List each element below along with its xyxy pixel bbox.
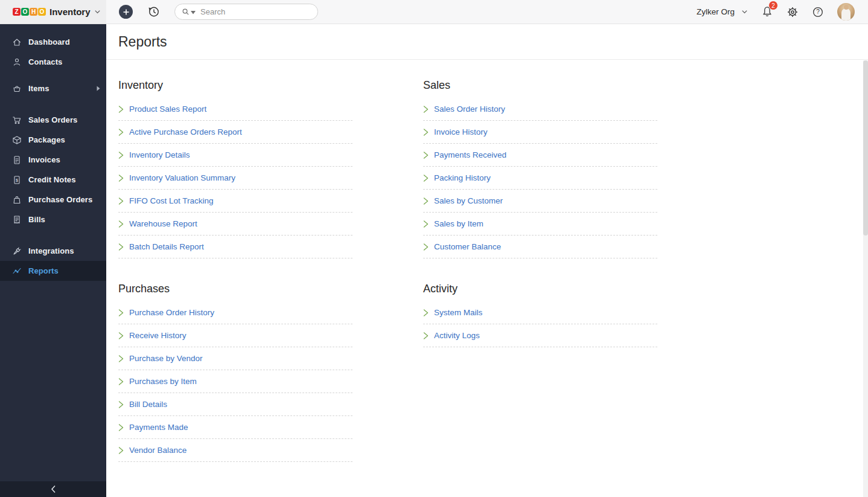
report-link-active-purchase-orders-report[interactable]: Active Purchase Orders Report bbox=[129, 127, 242, 136]
report-link-payments-made[interactable]: Payments Made bbox=[129, 423, 188, 432]
section-sales: SalesSales Order HistoryInvoice HistoryP… bbox=[423, 79, 657, 258]
topbar: ZOHO Inventory Zylker bbox=[0, 0, 868, 24]
sidebar-item-invoices[interactable]: Invoices bbox=[0, 150, 106, 170]
chevron-right-icon bbox=[423, 175, 429, 182]
recent-history-button[interactable] bbox=[147, 5, 160, 18]
report-link-sales-order-history[interactable]: Sales Order History bbox=[434, 104, 505, 114]
sidebar-item-dashboard[interactable]: Dashboard bbox=[0, 32, 106, 52]
section-title: Purchases bbox=[118, 283, 353, 295]
report-link-packing-history[interactable]: Packing History bbox=[434, 173, 491, 182]
sidebar-item-label: Items bbox=[28, 84, 49, 93]
section-title: Activity bbox=[423, 283, 657, 295]
chevron-right-icon bbox=[118, 378, 124, 385]
chevron-right-icon bbox=[118, 129, 124, 136]
report-link-activity-logs[interactable]: Activity Logs bbox=[434, 331, 480, 340]
report-row: Batch Details Report bbox=[118, 236, 353, 258]
chevron-right-icon bbox=[423, 220, 429, 228]
chevron-right-icon bbox=[118, 424, 124, 431]
sidebar-item-contacts[interactable]: Contacts bbox=[0, 52, 106, 72]
topbar-right: Zylker Org 2 bbox=[697, 3, 855, 21]
report-row: System Mails bbox=[423, 301, 657, 324]
sidebar-item-packages[interactable]: Packages bbox=[0, 130, 106, 150]
quick-create-button[interactable] bbox=[119, 5, 133, 19]
help-button[interactable]: ? bbox=[812, 6, 824, 18]
sidebar-item-label: Purchase Orders bbox=[28, 195, 92, 204]
svg-text:?: ? bbox=[816, 8, 820, 15]
chevron-down-icon bbox=[94, 8, 101, 15]
report-row: FIFO Cost Lot Tracking bbox=[118, 190, 353, 213]
report-link-purchase-by-vendor[interactable]: Purchase by Vendor bbox=[129, 354, 203, 363]
sidebar-collapse-button[interactable] bbox=[0, 481, 106, 497]
sidebar-item-label: Bills bbox=[28, 215, 45, 224]
zoho-logo: ZOHO bbox=[13, 8, 46, 16]
report-row: Inventory Details bbox=[118, 144, 353, 167]
notifications-button[interactable]: 2 bbox=[761, 5, 773, 18]
report-row: Purchase Order History bbox=[118, 301, 353, 324]
report-link-bill-details[interactable]: Bill Details bbox=[129, 400, 167, 409]
chevron-right-icon bbox=[118, 152, 124, 159]
report-link-invoice-history[interactable]: Invoice History bbox=[434, 127, 488, 136]
report-row: Payments Made bbox=[118, 416, 353, 439]
integrations-plug-icon bbox=[12, 246, 22, 256]
report-row: Bill Details bbox=[118, 393, 353, 416]
chevron-right-icon bbox=[423, 309, 429, 316]
sidebar-item-purchase-orders[interactable]: Purchase Orders bbox=[0, 190, 106, 210]
sidebar-item-label: Invoices bbox=[28, 155, 60, 164]
report-link-fifo-cost-lot-tracking[interactable]: FIFO Cost Lot Tracking bbox=[129, 196, 214, 205]
org-switcher[interactable]: Zylker Org bbox=[697, 7, 748, 16]
page-title: Reports bbox=[118, 34, 167, 50]
sidebar-item-reports[interactable]: Reports bbox=[0, 261, 106, 281]
user-avatar[interactable] bbox=[837, 3, 855, 21]
org-name: Zylker Org bbox=[697, 7, 735, 16]
search-scope-dropdown-icon[interactable] bbox=[191, 11, 196, 14]
zoho-logo-letter: O bbox=[21, 8, 29, 16]
report-link-system-mails[interactable]: System Mails bbox=[434, 308, 482, 317]
reports-grid: InventoryProduct Sales ReportActive Purc… bbox=[106, 60, 868, 486]
report-link-purchases-by-item[interactable]: Purchases by Item bbox=[129, 377, 197, 386]
report-link-inventory-valuation-summary[interactable]: Inventory Valuation Summary bbox=[129, 173, 235, 182]
report-link-receive-history[interactable]: Receive History bbox=[129, 331, 187, 340]
report-link-customer-balance[interactable]: Customer Balance bbox=[434, 242, 501, 251]
report-row: Activity Logs bbox=[423, 324, 657, 347]
report-link-batch-details-report[interactable]: Batch Details Report bbox=[129, 242, 204, 251]
sidebar-item-bills[interactable]: Bills bbox=[0, 210, 106, 229]
report-row: Payments Received bbox=[423, 144, 657, 167]
report-link-payments-received[interactable]: Payments Received bbox=[434, 150, 506, 159]
chevron-right-icon bbox=[423, 129, 429, 136]
reports-column-right: SalesSales Order HistoryInvoice HistoryP… bbox=[423, 79, 657, 486]
chevron-right-icon bbox=[118, 243, 124, 251]
app-logo-switcher[interactable]: ZOHO Inventory bbox=[0, 0, 106, 24]
chevron-right-icon bbox=[118, 401, 124, 408]
chevron-right-icon bbox=[118, 309, 124, 316]
sidebar-item-label: Credit Notes bbox=[28, 175, 76, 184]
report-link-sales-by-customer[interactable]: Sales by Customer bbox=[434, 196, 503, 205]
report-row: Invoice History bbox=[423, 121, 657, 144]
section-inventory: InventoryProduct Sales ReportActive Purc… bbox=[118, 79, 353, 258]
chevron-right-icon bbox=[118, 175, 124, 182]
settings-button[interactable] bbox=[787, 6, 799, 18]
report-row: Active Purchase Orders Report bbox=[118, 121, 353, 144]
bill-receipt-icon bbox=[12, 215, 22, 225]
search-input[interactable] bbox=[199, 7, 311, 17]
invoice-doc-icon bbox=[12, 155, 22, 165]
reports-column-left: InventoryProduct Sales ReportActive Purc… bbox=[118, 79, 353, 486]
report-link-vendor-balance[interactable]: Vendor Balance bbox=[129, 446, 187, 455]
report-row: Product Sales Report bbox=[118, 98, 353, 121]
section-purchases: PurchasesPurchase Order HistoryReceive H… bbox=[118, 283, 353, 462]
sidebar-item-credit-notes[interactable]: $Credit Notes bbox=[0, 170, 106, 190]
report-link-warehouse-report[interactable]: Warehouse Report bbox=[129, 219, 197, 228]
scrollbar-thumb[interactable] bbox=[863, 60, 868, 236]
report-row: Receive History bbox=[118, 324, 353, 347]
chevron-right-icon bbox=[423, 197, 429, 205]
sidebar-nav: DashboardContactsItemsSales OrdersPackag… bbox=[0, 24, 106, 281]
sidebar-item-items[interactable]: Items bbox=[0, 79, 106, 98]
report-link-purchase-order-history[interactable]: Purchase Order History bbox=[129, 308, 214, 317]
sidebar-item-sales-orders[interactable]: Sales Orders bbox=[0, 110, 106, 130]
report-link-sales-by-item[interactable]: Sales by Item bbox=[434, 219, 483, 228]
sidebar-item-integrations[interactable]: Integrations bbox=[0, 241, 106, 261]
chevron-right-icon bbox=[97, 86, 100, 91]
items-basket-icon bbox=[12, 84, 22, 94]
report-link-inventory-details[interactable]: Inventory Details bbox=[129, 150, 190, 159]
chevron-right-icon bbox=[118, 197, 124, 205]
report-link-product-sales-report[interactable]: Product Sales Report bbox=[129, 104, 206, 114]
